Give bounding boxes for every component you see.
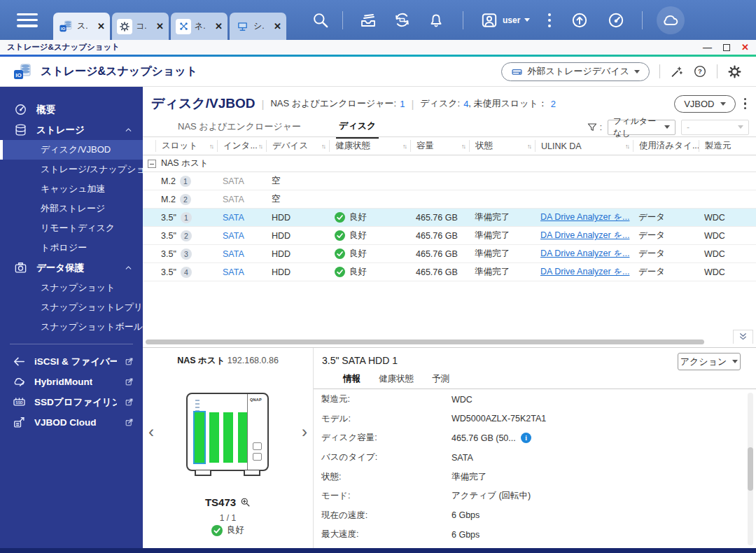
- app-tab-2[interactable]: コ.✕: [112, 13, 169, 40]
- maximize-icon[interactable]: [723, 44, 730, 51]
- sidebar-subitem-ストレージ/スナップショ...[interactable]: ストレージ/スナップショ...: [0, 160, 143, 179]
- sidebar-item-データ保護[interactable]: データ保護: [0, 258, 143, 278]
- more-options-icon[interactable]: [548, 13, 551, 27]
- filter-dropdown[interactable]: フィルターなし: [608, 120, 676, 135]
- table-row-disk-M.2-1[interactable]: M.21SATA空: [143, 172, 756, 190]
- value-text: 準備完了: [451, 471, 486, 483]
- sidebar-subitem-label: 外部ストレージ: [41, 202, 105, 215]
- sidebar-item-概要[interactable]: 概要: [0, 99, 143, 120]
- vjbod-button-label: VJBOD: [684, 99, 714, 109]
- search-icon[interactable]: [312, 11, 330, 29]
- tab-ディスク[interactable]: ディスク: [336, 116, 379, 139]
- user-menu[interactable]: user: [480, 11, 530, 29]
- drive-bay-2[interactable]: [209, 412, 219, 463]
- sidebar-subitem-ディスク/VJBOD[interactable]: ディスク/VJBOD: [0, 140, 143, 160]
- previous-enclosure-icon[interactable]: ‹: [148, 424, 154, 440]
- cell-interface[interactable]: SATA: [217, 267, 266, 277]
- chevron-up-icon[interactable]: [124, 263, 133, 272]
- column-header-インタ...[interactable]: インタ...↑↓: [217, 140, 266, 152]
- sidebar-subitem-キャッシュ加速[interactable]: キャッシュ加速: [0, 179, 143, 199]
- sort-icon[interactable]: ↑↓: [402, 143, 406, 150]
- external-storage-device-button[interactable]: 外部ストレージデバイス: [501, 62, 650, 81]
- minimize-icon[interactable]: —: [703, 43, 712, 52]
- funnel-icon[interactable]: [587, 122, 598, 133]
- chevron-up-icon[interactable]: [124, 125, 133, 134]
- horizontal-scrollbar[interactable]: [146, 340, 704, 344]
- settings-gear-icon[interactable]: [727, 64, 742, 79]
- myqnapcloud-icon[interactable]: [657, 6, 685, 34]
- ulink-da-link[interactable]: DA Drive Analyzer を...: [540, 230, 629, 241]
- ulink-da-link[interactable]: DA Drive Analyzer を...: [540, 211, 629, 223]
- page-more-options-icon[interactable]: [744, 98, 747, 110]
- notifications-bell-icon[interactable]: [428, 12, 444, 29]
- sidebar-item-ストレージ[interactable]: ストレージ: [0, 120, 143, 140]
- table-row-disk-M.2-2[interactable]: M.22SATA空: [143, 190, 756, 209]
- app-tab-4[interactable]: シ.✕: [230, 13, 286, 40]
- collapse-group-icon[interactable]: [148, 160, 156, 168]
- app-tab-1[interactable]: IOス.✕: [53, 13, 110, 40]
- background-tasks-icon[interactable]: [570, 11, 589, 29]
- sidebar-external-VJBOD Cloud[interactable]: VJBOD Cloud: [0, 412, 143, 433]
- ulink-da-link[interactable]: DA Drive Analyzer を...: [540, 248, 629, 260]
- drive-bay-1[interactable]: [195, 412, 204, 463]
- detail-tab-健康状態[interactable]: 健康状態: [379, 373, 414, 385]
- column-header-使用済みタイ...[interactable]: 使用済みタイ...: [633, 140, 699, 152]
- table-row-disk-3.5"-3[interactable]: 3.5"3SATAHDD良好465.76 GB準備完了DA Drive Anal…: [143, 245, 756, 263]
- close-tab-icon[interactable]: ✕: [156, 21, 164, 31]
- table-row-disk-3.5"-2[interactable]: 3.5"2SATAHDD良好465.76 GB準備完了DA Drive Anal…: [143, 227, 756, 245]
- column-header-ULINK DA[interactable]: ULINK DA↑↓: [535, 140, 633, 152]
- column-header-製造元[interactable]: 製造元: [699, 140, 756, 152]
- collapse-panel-button[interactable]: [733, 330, 753, 344]
- cell-interface[interactable]: SATA: [217, 213, 266, 223]
- sort-icon[interactable]: ↑↓: [527, 143, 531, 150]
- cell-interface[interactable]: SATA: [217, 231, 266, 241]
- drive-bay-3[interactable]: [223, 412, 233, 463]
- sidebar-subitem-トポロジー[interactable]: トポロジー: [0, 238, 143, 258]
- close-tab-icon[interactable]: ✕: [215, 21, 223, 31]
- sidebar-subitem-スナップショットレプリカ[interactable]: スナップショットレプリカ: [0, 298, 143, 317]
- drive-bay-4[interactable]: [238, 412, 248, 463]
- close-tab-icon[interactable]: ✕: [274, 21, 281, 31]
- table-row-disk-3.5"-1[interactable]: 3.5"1SATAHDD良好465.76 GB準備完了DA Drive Anal…: [143, 209, 756, 227]
- sidebar-external-HybridMount[interactable]: HybridMount: [0, 372, 143, 392]
- sidebar-external-iSCSI & ファイバーチ...[interactable]: iSCSI & ファイバーチ...: [0, 351, 143, 372]
- sidebar-subitem-リモートディスク[interactable]: リモートディスク: [0, 218, 143, 238]
- info-icon[interactable]: i: [521, 433, 531, 443]
- detail-tab-情報[interactable]: 情報: [343, 373, 360, 385]
- vertical-scrollbar[interactable]: [748, 393, 753, 545]
- sidebar-subitem-外部ストレージ[interactable]: 外部ストレージ: [0, 199, 143, 218]
- queue-icon[interactable]: [360, 12, 377, 29]
- help-icon[interactable]: ?: [693, 64, 707, 78]
- sort-icon[interactable]: ↑↓: [461, 143, 465, 150]
- app-tab-3[interactable]: ネ.✕: [171, 13, 227, 40]
- column-header-健康状態[interactable]: 健康状態↑↓: [329, 140, 410, 152]
- cell-interface[interactable]: SATA: [217, 249, 266, 259]
- close-icon[interactable]: ✕: [741, 43, 749, 52]
- main-menu-icon[interactable]: [17, 13, 38, 27]
- sidebar-external-SSDプロファイリン...[interactable]: SSDSSDプロファイリン...: [0, 392, 143, 412]
- column-header-状態[interactable]: 状態↑↓: [469, 140, 535, 152]
- vjbod-button[interactable]: VJBOD: [674, 95, 735, 113]
- tab-NAS およびエンクロージャー[interactable]: NAS およびエンクロージャー: [175, 117, 304, 138]
- table-row-disk-3.5"-4[interactable]: 3.5"4SATAHDD良好465.76 GB準備完了DA Drive Anal…: [143, 263, 756, 281]
- detail-tab-予測[interactable]: 予測: [432, 373, 449, 385]
- sidebar-subitem-スナップショットボールト[interactable]: スナップショットボールト: [0, 317, 143, 337]
- table-group-row[interactable]: NAS ホスト: [143, 155, 756, 172]
- magic-wand-icon[interactable]: [670, 65, 683, 78]
- sync-icon[interactable]: [393, 11, 411, 29]
- close-tab-icon[interactable]: ✕: [97, 21, 105, 31]
- sort-icon[interactable]: ↑↓: [258, 143, 262, 150]
- next-enclosure-icon[interactable]: ›: [302, 424, 307, 440]
- action-button[interactable]: アクション: [678, 353, 741, 370]
- resource-monitor-icon[interactable]: [607, 11, 625, 29]
- column-header-スロット[interactable]: スロット↑↓: [155, 140, 217, 152]
- column-header-容量[interactable]: 容量↑↓: [410, 140, 469, 152]
- column-header-デバイス[interactable]: デバイス↑↓: [266, 140, 329, 152]
- sort-icon[interactable]: ↑↓: [321, 143, 325, 150]
- zoom-in-icon[interactable]: [240, 497, 251, 507]
- sidebar-subitem-スナップショット[interactable]: スナップショット: [0, 278, 143, 298]
- sort-icon[interactable]: ↑↓: [209, 143, 213, 150]
- filter-secondary-dropdown[interactable]: -: [681, 120, 749, 135]
- sort-icon[interactable]: ↑↓: [625, 143, 629, 150]
- ulink-da-link[interactable]: DA Drive Analyzer を...: [540, 266, 629, 278]
